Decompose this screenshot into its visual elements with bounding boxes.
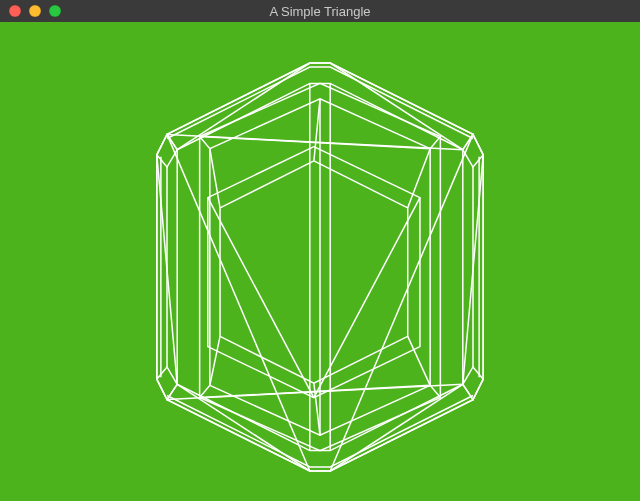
window-title: A Simple Triangle [0, 4, 640, 19]
svg-line-3 [408, 336, 430, 385]
app-window: A Simple Triangle [0, 0, 640, 501]
opengl-canvas [0, 22, 640, 501]
zoom-button[interactable] [49, 5, 61, 17]
svg-line-14 [208, 198, 314, 398]
svg-line-19 [330, 384, 463, 471]
svg-line-7 [330, 134, 473, 471]
wireframe-cube-icon [0, 22, 640, 501]
svg-line-6 [167, 134, 310, 471]
svg-line-2 [210, 336, 220, 385]
minimize-button[interactable] [29, 5, 41, 17]
svg-line-4 [314, 99, 320, 161]
titlebar[interactable]: A Simple Triangle [0, 0, 640, 22]
svg-line-17 [330, 63, 463, 150]
traffic-lights [0, 5, 61, 17]
close-button[interactable] [9, 5, 21, 17]
svg-line-0 [210, 149, 220, 208]
svg-line-16 [177, 63, 310, 150]
svg-line-18 [177, 384, 310, 471]
